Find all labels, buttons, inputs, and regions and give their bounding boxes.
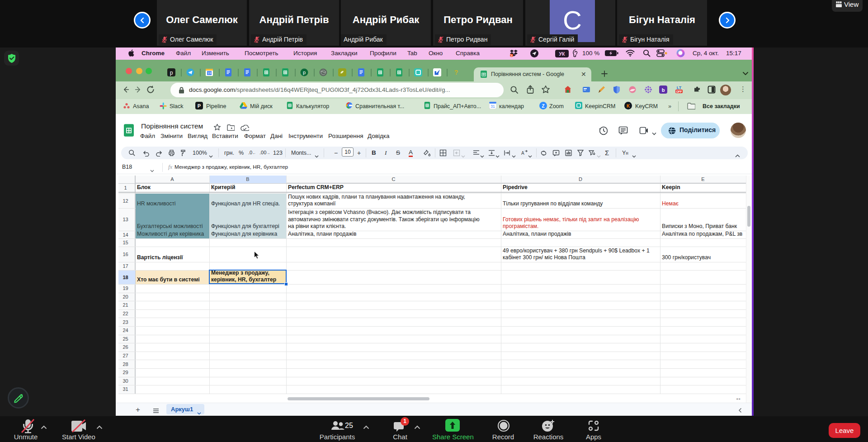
svg-text:19: 19 xyxy=(208,71,211,75)
svg-text:p: p xyxy=(170,70,173,76)
svg-text:A: A xyxy=(521,151,524,156)
svg-text:b: b xyxy=(662,87,665,93)
svg-text:OFF: OFF xyxy=(676,90,682,93)
svg-text:P: P xyxy=(198,103,201,109)
svg-text:Z: Z xyxy=(542,104,544,109)
svg-text:LT: LT xyxy=(677,86,682,90)
svg-text:?: ? xyxy=(454,69,458,76)
svg-text:УК: УК xyxy=(559,51,566,57)
svg-text:2: 2 xyxy=(511,54,512,57)
svg-text:p: p xyxy=(303,70,306,75)
svg-text:K: K xyxy=(627,104,630,109)
svg-text:31: 31 xyxy=(491,104,495,109)
